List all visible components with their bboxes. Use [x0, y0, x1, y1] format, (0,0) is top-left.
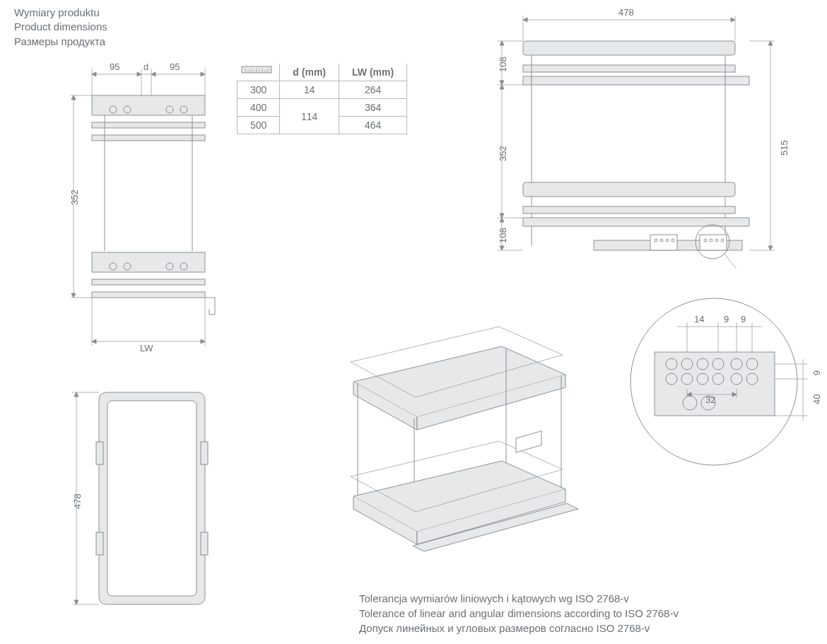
- cell: 114: [280, 99, 339, 134]
- dim-108-2: 108: [498, 228, 508, 243]
- svg-rect-15: [92, 95, 205, 115]
- svg-rect-30: [92, 292, 205, 298]
- iso-view: [304, 297, 601, 580]
- svg-rect-112: [516, 431, 541, 452]
- dim-478-side: 478: [72, 493, 83, 509]
- dim-515: 515: [779, 140, 790, 156]
- dim-108-1: 108: [498, 57, 508, 72]
- dim-9b: 9: [741, 314, 746, 324]
- tolerance-note: Tolerancja wymiarów liniowych i kątowych…: [359, 591, 679, 636]
- cell: 264: [339, 81, 407, 99]
- cell: 464: [339, 117, 407, 134]
- svg-rect-101: [96, 442, 103, 464]
- dim-v9: 9: [811, 370, 822, 375]
- svg-rect-41: [523, 65, 735, 72]
- title-block: Wymiary produktu Product dimensions Разм…: [14, 6, 107, 49]
- cell: 14: [280, 81, 339, 99]
- dim-32: 32: [705, 394, 715, 405]
- svg-rect-46: [523, 206, 735, 213]
- detail-view: 14 9 9 32 9 40: [622, 283, 820, 467]
- dim-95-r: 95: [170, 62, 180, 72]
- dim-v40: 40: [811, 394, 822, 404]
- svg-line-70: [725, 254, 753, 269]
- svg-rect-42: [523, 76, 749, 85]
- table-row: 400 114 364: [237, 99, 407, 117]
- cell: 400: [237, 99, 280, 117]
- title-ru: Размеры продукта: [14, 35, 107, 49]
- svg-rect-54: [700, 235, 727, 250]
- dim-352: 352: [69, 189, 80, 205]
- dim-d: d: [143, 62, 148, 72]
- dim-95-l: 95: [110, 62, 119, 72]
- dim-352-s: 352: [498, 146, 508, 161]
- svg-rect-29: [92, 279, 205, 285]
- svg-rect-102: [201, 442, 208, 464]
- svg-rect-20: [92, 122, 205, 128]
- svg-rect-21: [92, 135, 205, 141]
- ruler-icon: [237, 64, 280, 81]
- svg-rect-49: [650, 235, 677, 250]
- dim-478-top: 478: [618, 7, 634, 18]
- side-view: 478 108 352 108 515: [474, 7, 792, 269]
- cell: 300: [237, 81, 280, 99]
- cell: 500: [237, 117, 280, 134]
- svg-rect-45: [523, 182, 735, 197]
- dim-14: 14: [694, 314, 704, 324]
- svg-rect-24: [92, 252, 205, 272]
- title-pl: Wymiary produktu: [14, 6, 107, 20]
- title-en: Product dimensions: [14, 20, 107, 34]
- front-view: 95 d 95 352 LW: [71, 60, 226, 357]
- dim-9a: 9: [724, 314, 729, 324]
- svg-rect-40: [523, 41, 735, 55]
- dimension-table: d (mm) LW (mm) 300 14 264 400 114 364 50…: [237, 64, 407, 134]
- top-view: 478: [71, 378, 226, 626]
- tol-pl: Tolerancja wymiarów liniowych i kątowych…: [359, 591, 679, 606]
- svg-rect-104: [201, 532, 208, 555]
- cell: 364: [339, 99, 407, 117]
- svg-rect-103: [96, 532, 103, 555]
- svg-rect-100: [107, 401, 197, 596]
- table-row: 300 14 264: [237, 81, 407, 99]
- col-d: d (mm): [280, 64, 339, 81]
- tol-ru: Допуск линейных и угловых размеров согла…: [359, 621, 679, 636]
- tol-en: Tolerance of linear and angular dimensio…: [359, 606, 679, 621]
- col-lw: LW (mm): [339, 64, 407, 81]
- dim-lw: LW: [140, 343, 153, 353]
